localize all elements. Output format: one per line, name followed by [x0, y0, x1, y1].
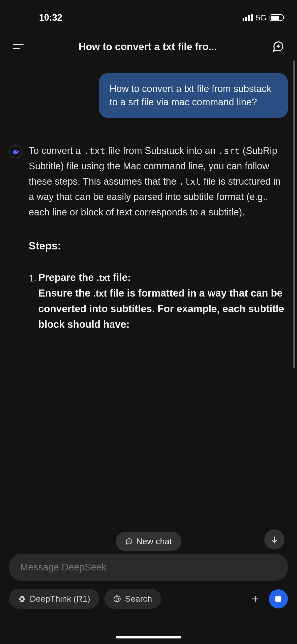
- step-body: Prepare the .txt file: Ensure the .txt f…: [38, 270, 288, 332]
- code-inline: .txt: [84, 146, 106, 156]
- svg-point-2: [16, 151, 17, 152]
- scroll-down-button[interactable]: [264, 529, 284, 550]
- step-item: 1. Prepare the .txt file: Ensure the .tx…: [29, 270, 288, 332]
- assistant-text: To convert a .txt file from Substack int…: [29, 143, 288, 332]
- bottom-toolbar: DeepThink (R1) Search +: [9, 589, 288, 609]
- plus-button[interactable]: +: [247, 592, 264, 606]
- deepthink-label: DeepThink (R1): [30, 594, 90, 604]
- new-chat-label: New chat: [136, 536, 172, 546]
- status-indicators: 5G: [243, 13, 283, 22]
- assistant-avatar: [9, 145, 22, 158]
- scrollbar[interactable]: [293, 60, 295, 368]
- user-message: How to convert a txt file from substack …: [9, 73, 288, 118]
- signal-icon: [243, 14, 253, 21]
- svg-point-7: [19, 598, 25, 600]
- message-input[interactable]: [9, 554, 288, 581]
- input-area: DeepThink (R1) Search +: [0, 554, 297, 609]
- network-type: 5G: [256, 13, 267, 22]
- status-time: 10:32: [14, 12, 62, 23]
- status-bar: 10:32 5G: [0, 0, 297, 30]
- chat-content[interactable]: How to convert a txt file from substack …: [0, 60, 297, 332]
- page-title: How to convert a txt file fro...: [24, 41, 272, 52]
- home-indicator[interactable]: [116, 636, 181, 638]
- search-label: Search: [125, 594, 152, 604]
- stop-button[interactable]: [269, 589, 288, 608]
- code-inline: .txt: [179, 176, 201, 187]
- steps-heading: Steps:: [29, 237, 288, 254]
- new-chat-button[interactable]: New chat: [116, 532, 182, 551]
- user-bubble: How to convert a txt file from substack …: [99, 73, 288, 118]
- code-inline: .txt: [96, 273, 110, 283]
- step-number: 1.: [29, 270, 36, 332]
- assistant-message: To convert a .txt file from Substack int…: [9, 143, 288, 332]
- search-button[interactable]: Search: [104, 589, 161, 609]
- stop-icon: [275, 596, 281, 602]
- battery-icon: [270, 14, 283, 21]
- code-inline: .srt: [218, 146, 240, 156]
- deepthink-button[interactable]: DeepThink (R1): [9, 589, 99, 609]
- header: How to convert a txt file fro...: [0, 30, 297, 60]
- menu-icon[interactable]: [13, 44, 24, 49]
- new-chat-icon[interactable]: [272, 40, 284, 53]
- code-inline: .txt: [93, 288, 107, 299]
